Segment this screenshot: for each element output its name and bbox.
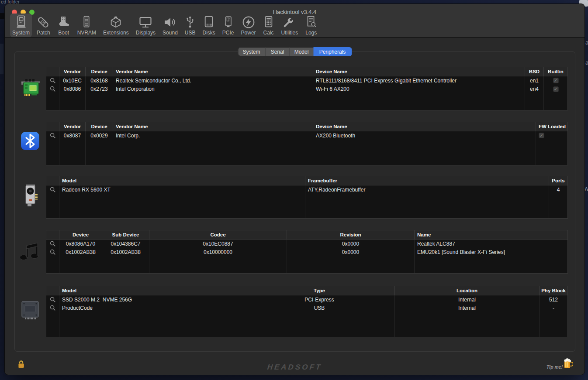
checkbox-checked[interactable]: ✓ (553, 78, 559, 83)
logs-icon (305, 15, 317, 29)
tab-serial[interactable]: Serial (265, 47, 289, 56)
table-cell: AX200 Bluetooth (313, 131, 536, 140)
column-header-device[interactable]: Device (86, 67, 113, 76)
column-header-device-name[interactable]: Device Name (313, 122, 536, 131)
magnifier-icon[interactable] (50, 133, 56, 139)
table-cell: 0x8086A170 (59, 240, 102, 248)
table-cell: EMU20k1 [Sound Blaster X-Fi Series] (415, 248, 567, 257)
column-header-device-name[interactable]: Device Name (313, 67, 525, 76)
table-row[interactable]: 0x10EC0x8168Realtek Semiconductor Co., L… (46, 76, 567, 85)
toolbar-item-extensions[interactable]: Extensions (101, 14, 131, 37)
sound-icon (163, 15, 176, 29)
magnifier-icon[interactable] (50, 187, 56, 193)
table-cell: 512 (540, 295, 567, 304)
table-cell: 0x1002AB38 (59, 248, 102, 257)
network-table-header: VendorDeviceVendor NameDevice NameBSDBui… (46, 67, 567, 76)
toolbar-item-logs[interactable]: Logs (303, 14, 319, 37)
tab-peripherals[interactable]: Peripherals (313, 47, 352, 56)
audio-icon (18, 239, 42, 264)
column-header-vendor-name[interactable]: Vendor Name (113, 122, 313, 131)
table-cell: 0x10EC0887 (149, 240, 287, 248)
tab-bar: SystemSerialModelPeripherals (238, 47, 352, 56)
table-cell: 0x0000 (287, 248, 415, 257)
table-cell: 0x1002AB38 (102, 248, 149, 257)
toolbar-item-label: Disks (203, 30, 215, 36)
column-header-ports[interactable]: Ports (549, 176, 567, 185)
table-row[interactable]: 0x1002AB380x1002AB380x100000000x0000EMU2… (46, 248, 567, 257)
checkbox-checked[interactable]: ✓ (553, 86, 559, 92)
table-row[interactable]: 0x80860x2723Intel CorporationWi-Fi 6 AX2… (46, 85, 567, 94)
toolbar-item-label: NVRAM (77, 30, 96, 36)
table-row[interactable]: Radeon RX 5600 XTATY,RadeonFramebuffer4 (46, 185, 567, 194)
column-header-codec[interactable]: Codec (149, 230, 287, 239)
column-header-type[interactable]: Type (244, 286, 395, 295)
toolbar-item-system[interactable]: System (10, 14, 32, 37)
toolbar-item-power[interactable]: Power (239, 14, 258, 37)
table-cell: Internal (395, 295, 540, 304)
toolbar-item-nvram[interactable]: NVRAM (75, 14, 98, 37)
tab-model[interactable]: Model (289, 47, 313, 56)
table-row[interactable]: 0x8086A1700x104386C70x10EC08870x0000Real… (46, 240, 567, 248)
bluetooth-table: VendorDeviceVendor NameDevice NameFW Loa… (46, 122, 568, 165)
magnifier-icon[interactable] (50, 78, 56, 84)
toolbar-item-displays[interactable]: Displays (134, 14, 158, 37)
toolbar-item-label: Calc (263, 30, 274, 36)
column-header-model[interactable]: Model (59, 286, 244, 295)
column-header-device[interactable]: Device (59, 230, 102, 239)
displays-icon (138, 15, 152, 29)
table-row[interactable]: ProductCodeUSBInternal- (46, 304, 567, 313)
column-header-location[interactable]: Location (395, 286, 540, 295)
magnifier-icon[interactable] (50, 241, 56, 247)
toolbar-item-label: System (12, 30, 30, 36)
desktop-text-fragment: a (585, 39, 588, 46)
toolbar-item-calc[interactable]: Calc (261, 14, 277, 37)
table-row[interactable]: SSD S2000 M.2 NVME 256GPCI-ExpressIntern… (46, 295, 567, 304)
column-header-vendor[interactable]: Vendor (59, 67, 86, 76)
table-cell: ATY,RadeonFramebuffer (305, 185, 549, 194)
column-header-device[interactable]: Device (86, 122, 113, 131)
column-header-name[interactable]: Name (415, 230, 567, 239)
column-header-framebuffer[interactable]: Framebuffer (305, 176, 549, 185)
column-header-bsd[interactable]: BSD (525, 67, 544, 76)
column-header-scan[interactable] (46, 230, 59, 239)
column-header-vendor-name[interactable]: Vendor Name (113, 67, 313, 76)
table-cell: 0x8168 (86, 76, 113, 85)
table-cell: Intel Corporation (113, 85, 313, 94)
column-header-builtin[interactable]: Builtin (544, 67, 567, 76)
magnifier-icon[interactable] (50, 297, 56, 303)
magnifier-icon[interactable] (50, 305, 56, 311)
column-header-phy-block[interactable]: Phy Block (540, 286, 567, 295)
toolbar-item-usb[interactable]: USB (183, 14, 198, 37)
pcie-icon (222, 15, 234, 29)
column-header-revision[interactable]: Revision (287, 230, 415, 239)
column-header-scan[interactable] (46, 176, 59, 185)
column-header-model[interactable]: Model (59, 176, 305, 185)
toolbar-item-label: USB (185, 30, 196, 36)
toolbar-item-boot[interactable]: Boot (55, 14, 73, 37)
table-cell: 0x2723 (86, 85, 113, 94)
boot-icon (57, 15, 70, 29)
bluetooth-icon (18, 129, 42, 153)
network-card-icon (18, 77, 42, 101)
toolbar-item-disks[interactable]: Disks (201, 14, 218, 37)
toolbar-item-label: Power (241, 30, 256, 36)
column-header-sub-device[interactable]: Sub Device (102, 230, 149, 239)
toolbar-item-sound[interactable]: Sound (160, 14, 180, 37)
table-cell: ProductCode (59, 304, 244, 313)
magnifier-icon[interactable] (50, 86, 56, 92)
tip-me-label[interactable]: Tip me! (546, 364, 563, 370)
table-row[interactable]: 0x80870x0029Intel Corp.AX200 Bluetooth✓ (46, 131, 567, 140)
column-header-vendor[interactable]: Vendor (59, 122, 86, 131)
tab-system[interactable]: System (238, 47, 265, 56)
toolbar-item-pcie[interactable]: PCIe (220, 14, 236, 37)
column-header-scan[interactable] (46, 67, 59, 76)
magnifier-icon[interactable] (50, 249, 56, 255)
column-header-fw-loaded[interactable]: FW Loaded (536, 122, 567, 131)
toolbar-item-patch[interactable]: Patch (35, 14, 52, 37)
beer-icon[interactable] (563, 358, 573, 371)
toolbar-item-utilities[interactable]: Utilities (279, 14, 301, 37)
table-cell: en4 (525, 85, 544, 94)
column-header-scan[interactable] (46, 286, 59, 295)
column-header-scan[interactable] (46, 122, 59, 131)
checkbox-checked[interactable]: ✓ (539, 133, 544, 138)
